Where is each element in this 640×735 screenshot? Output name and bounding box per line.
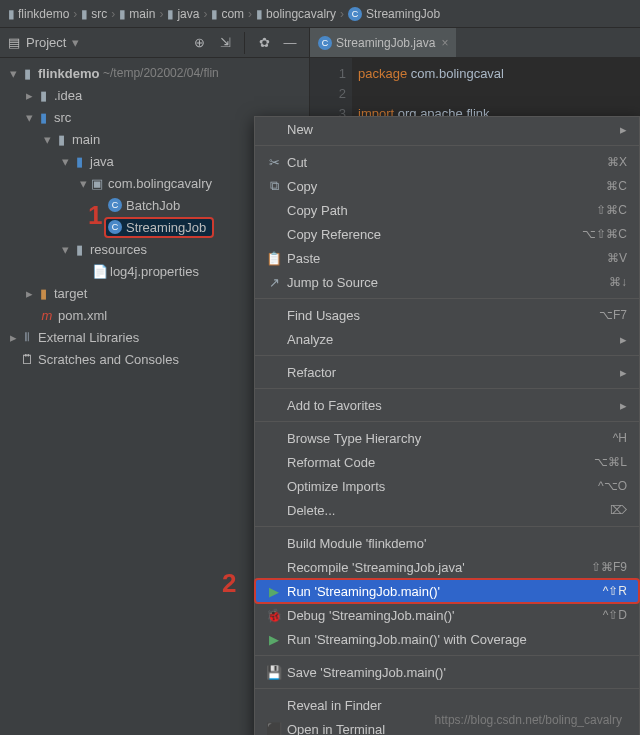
menu-reformat[interactable]: Reformat Code⌥⌘L (255, 450, 639, 474)
crumb-root[interactable]: flinkdemo (18, 7, 69, 21)
menu-run[interactable]: ▶Run 'StreamingJob.main()'^⇧R (255, 579, 639, 603)
tree-resources[interactable]: resources (90, 242, 147, 257)
tree-scratches[interactable]: Scratches and Consoles (38, 352, 179, 367)
tree-java[interactable]: java (90, 154, 114, 169)
tree-package[interactable]: com.bolingcavalry (108, 176, 212, 191)
collapse-icon[interactable]: ⇲ (214, 32, 236, 54)
paste-icon: 📋 (265, 251, 283, 266)
menu-copy-path[interactable]: Copy Path⇧⌘C (255, 198, 639, 222)
crumb-com[interactable]: com (221, 7, 244, 21)
project-tool-icon: ▤ (8, 35, 20, 50)
class-icon: C (348, 7, 362, 21)
crumb-src[interactable]: src (91, 7, 107, 21)
project-tool-header: ▤ Project ▾ ⊕ ⇲ ✿ — (0, 28, 310, 58)
folder-icon: ▮ (8, 7, 15, 21)
tree-main[interactable]: main (72, 132, 100, 147)
tree-streamingjob-selected[interactable]: CStreamingJob (104, 217, 214, 238)
gear-icon[interactable]: ✿ (253, 32, 275, 54)
hide-icon[interactable]: — (279, 32, 301, 54)
scissors-icon: ✂ (265, 155, 283, 170)
crumb-java[interactable]: java (177, 7, 199, 21)
menu-optimize[interactable]: Optimize Imports^⌥O (255, 474, 639, 498)
run-icon: ▶ (265, 584, 283, 599)
menu-cut[interactable]: ✂Cut⌘X (255, 150, 639, 174)
copy-icon: ⧉ (265, 178, 283, 194)
tree-log4j[interactable]: log4j.properties (110, 264, 199, 279)
menu-copy[interactable]: ⧉Copy⌘C (255, 174, 639, 198)
watermark: https://blog.csdn.net/boling_cavalry (435, 713, 622, 727)
menu-debug[interactable]: 🐞Debug 'StreamingJob.main()'^⇧D (255, 603, 639, 627)
menu-refactor[interactable]: Refactor▸ (255, 360, 639, 384)
tree-batchjob[interactable]: BatchJob (126, 198, 180, 213)
editor-tabs: C StreamingJob.java × (310, 28, 640, 58)
tree-target[interactable]: target (54, 286, 87, 301)
tree-root[interactable]: flinkdemo (38, 66, 99, 81)
menu-find-usages[interactable]: Find Usages⌥F7 (255, 303, 639, 327)
save-icon: 💾 (265, 665, 283, 680)
menu-run-coverage[interactable]: ▶Run 'StreamingJob.main()' with Coverage (255, 627, 639, 651)
code: package com.bolingcaval import org.apach… (358, 64, 504, 124)
crumb-file[interactable]: StreamingJob (366, 7, 440, 21)
jump-icon: ↗ (265, 275, 283, 290)
menu-new[interactable]: New▸ (255, 117, 639, 141)
debug-icon: 🐞 (265, 608, 283, 623)
menu-delete[interactable]: Delete...⌦ (255, 498, 639, 522)
dropdown-icon[interactable]: ▾ (72, 35, 79, 50)
tree-src[interactable]: src (54, 110, 71, 125)
menu-type-hierarchy[interactable]: Browse Type Hierarchy^H (255, 426, 639, 450)
menu-save-config[interactable]: 💾Save 'StreamingJob.main()' (255, 660, 639, 684)
close-icon[interactable]: × (441, 36, 448, 50)
crumb-main[interactable]: main (129, 7, 155, 21)
class-icon: C (108, 220, 122, 234)
tree-idea[interactable]: .idea (54, 88, 82, 103)
menu-jump[interactable]: ↗Jump to Source⌘↓ (255, 270, 639, 294)
menu-paste[interactable]: 📋Paste⌘V (255, 246, 639, 270)
class-icon: C (108, 198, 122, 212)
crumb-pkg[interactable]: bolingcavalry (266, 7, 336, 21)
terminal-icon: ⬛ (265, 722, 283, 736)
breadcrumb: ▮ flinkdemo › ▮src › ▮main › ▮java › ▮co… (0, 0, 640, 28)
menu-recompile[interactable]: Recompile 'StreamingJob.java'⇧⌘F9 (255, 555, 639, 579)
menu-analyze[interactable]: Analyze▸ (255, 327, 639, 351)
tab-streamingjob[interactable]: C StreamingJob.java × (310, 28, 456, 57)
tree-external-libs[interactable]: External Libraries (38, 330, 139, 345)
annotation-1: 1 (88, 200, 102, 231)
context-menu: New▸ ✂Cut⌘X ⧉Copy⌘C Copy Path⇧⌘C Copy Re… (254, 116, 640, 735)
annotation-2: 2 (222, 568, 236, 599)
tree-root-path: ~/temp/202002/04/flin (103, 66, 219, 80)
locate-icon[interactable]: ⊕ (188, 32, 210, 54)
class-icon: C (318, 36, 332, 50)
tree-pom[interactable]: pom.xml (58, 308, 107, 323)
menu-favorites[interactable]: Add to Favorites▸ (255, 393, 639, 417)
tab-label: StreamingJob.java (336, 36, 435, 50)
gutter: 123 (310, 58, 352, 124)
coverage-icon: ▶ (265, 632, 283, 647)
menu-copy-ref[interactable]: Copy Reference⌥⇧⌘C (255, 222, 639, 246)
menu-build-module[interactable]: Build Module 'flinkdemo' (255, 531, 639, 555)
project-tool-label[interactable]: Project (26, 35, 66, 50)
